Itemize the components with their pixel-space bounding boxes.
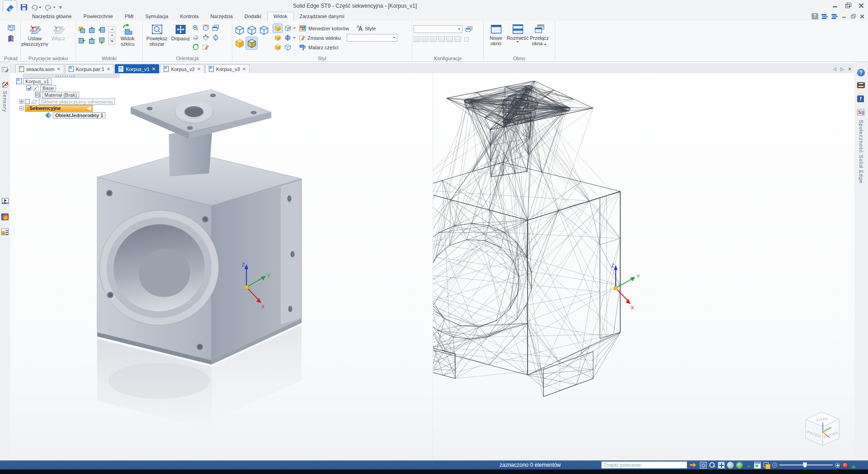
command-search-input[interactable]: [601, 461, 687, 469]
collapse-icon[interactable]: [19, 106, 24, 110]
tree-item-sekwencyjne[interactable]: Sekwencyjne: [19, 105, 115, 112]
viewport-wireframe[interactable]: [433, 62, 854, 460]
environment-caret[interactable]: [293, 37, 296, 38]
pan-button[interactable]: [211, 33, 220, 42]
upload-button[interactable]: [850, 462, 856, 468]
tree-item-obiekt[interactable]: ObiektJednorodny 1: [45, 112, 115, 118]
edit-style-button[interactable]: [283, 24, 292, 33]
doc-restore-button[interactable]: [851, 14, 855, 19]
view-new-button[interactable]: [87, 25, 96, 34]
orbit-button[interactable]: [191, 33, 200, 42]
style-combobox[interactable]: [347, 34, 397, 42]
style-shaded-edges-button[interactable]: [246, 37, 257, 49]
doc-close-button[interactable]: [860, 14, 864, 19]
tree-item-base[interactable]: Base: [26, 85, 115, 91]
tree-item-reference-planes[interactable]: Główne płaszczyzny odniesienia: [19, 98, 115, 105]
sekwencyjne-highlight-bar[interactable]: Sekwencyjne: [25, 105, 93, 112]
window-layout-icon[interactable]: [831, 14, 839, 19]
status-rotate-icon[interactable]: [727, 462, 734, 469]
animation-player-button[interactable]: [1, 198, 9, 205]
view-left-button[interactable]: [97, 25, 106, 34]
document-tab-korpus-v2[interactable]: Korpus_v2✕: [160, 64, 204, 73]
tab-close-icon[interactable]: ✕: [242, 66, 246, 71]
face-style-caret[interactable]: [293, 28, 296, 29]
community-help-button[interactable]: ?: [857, 69, 865, 76]
restore-button[interactable]: [845, 3, 851, 8]
status-orbit-icon[interactable]: [736, 462, 743, 469]
redo-button[interactable]: [45, 4, 56, 11]
common-views-button[interactable]: [211, 24, 220, 32]
powieksz-obszar-button[interactable]: Powiększ obszar: [144, 22, 170, 54]
konfiguracje-combobox[interactable]: [414, 25, 462, 33]
sketch-style-button[interactable]: [201, 43, 210, 51]
rotate-view-button[interactable]: [201, 24, 210, 32]
viewport-shaded[interactable]: [10, 62, 433, 460]
expand-icon[interactable]: [19, 100, 24, 104]
planes-checkbox[interactable]: [25, 99, 30, 104]
menedzer-kolorow-button[interactable]: Menedżer kolorów: [297, 24, 350, 33]
config-link-icon[interactable]: [454, 36, 461, 42]
cube-sketch-button[interactable]: [283, 43, 292, 52]
malarz-czesci-button[interactable]: Malarz części: [297, 43, 340, 52]
config-checkbox[interactable]: [464, 37, 469, 42]
zoom-out-button[interactable]: [772, 463, 777, 468]
widok-szkicu-button[interactable]: Widok szkicu: [117, 22, 138, 54]
dopasuj-button[interactable]: Dopasuj: [170, 22, 191, 54]
document-tab-seaacfa[interactable]: seaacfa.asm✕: [15, 64, 64, 73]
ribbon-tab-pmi[interactable]: PMI: [119, 12, 140, 21]
tab-scroll-left-icon[interactable]: ◁: [833, 66, 836, 71]
apply-configuration-button[interactable]: [464, 25, 473, 33]
sensors-tab-button[interactable]: [1, 81, 9, 90]
style-button[interactable]: Style: [355, 24, 377, 33]
rozmiesc-button[interactable]: Rozmieść: [507, 22, 528, 54]
tab-scroll-right-icon[interactable]: ▷: [840, 66, 844, 71]
notebook-button[interactable]: [7, 34, 16, 43]
community-tab-label[interactable]: Społeczność Solid Edge: [859, 120, 864, 184]
ribbon-tab-kontrola[interactable]: Kontrola: [174, 12, 204, 21]
config-copy-icon[interactable]: [438, 36, 445, 42]
style-visible-edges-button[interactable]: [258, 24, 269, 36]
search-go-icon[interactable]: [690, 462, 696, 468]
zoom-button[interactable]: [191, 24, 200, 32]
document-tab-korpus-par[interactable]: Korpus.par:1✕: [65, 64, 114, 73]
tab-close-icon[interactable]: ✕: [57, 66, 60, 71]
doc-minimize-button[interactable]: [842, 14, 846, 19]
community-news-button[interactable]: [857, 109, 864, 115]
color-map-button[interactable]: [1, 213, 9, 220]
ribbon-tab-narzedzia[interactable]: Narzędzia: [204, 12, 239, 21]
tab-close-icon[interactable]: ✕: [152, 66, 156, 71]
help-button[interactable]: ?: [811, 13, 818, 19]
style-wireframe-hidden-button[interactable]: [246, 24, 257, 36]
view-bottom-button[interactable]: [97, 36, 106, 45]
ustaw-plaszczyzny-button[interactable]: Ustaw płaszczyzny: [22, 22, 47, 54]
pathfinder-resize-handle[interactable]: [23, 74, 120, 78]
environment-button[interactable]: [283, 33, 292, 42]
tree-item-material[interactable]: Materiał (Brak): [35, 91, 115, 98]
record-button[interactable]: [842, 462, 848, 468]
sensors-tab-label[interactable]: Sensory: [2, 91, 8, 112]
status-pan-icon[interactable]: [745, 462, 752, 469]
document-tab-korpus-v3[interactable]: Korpus_v3✕: [205, 64, 250, 73]
pathfinder-tab-button[interactable]: [1, 66, 9, 74]
undo-button[interactable]: [31, 4, 42, 11]
simulation-results-button[interactable]: [1, 228, 9, 235]
zoom-slider[interactable]: [779, 465, 833, 465]
status-copy-style-icon[interactable]: [763, 462, 770, 469]
config-camera-icon[interactable]: [446, 36, 453, 42]
view-close-up-button[interactable]: [77, 25, 86, 34]
ribbon-tab-zarzadzanie-danymi[interactable]: Zarządzanie danymi: [294, 12, 350, 21]
status-view-style-icon[interactable]: [754, 462, 761, 469]
document-tab-korpus-v1[interactable]: Korpus_v1✕: [115, 64, 159, 73]
face-style-button[interactable]: [273, 24, 282, 33]
ribbon-tab-narzedzia-glowne[interactable]: Narzędzia główne: [26, 12, 77, 21]
refresh-view-button[interactable]: [191, 43, 200, 51]
facebook-button[interactable]: f: [857, 95, 864, 102]
view-spin-more-button[interactable]: [108, 39, 115, 45]
tab-close-icon[interactable]: ✕: [197, 66, 201, 71]
config-save-icon[interactable]: [422, 36, 429, 42]
przelacz-okna-button[interactable]: Przełącz okna: [528, 22, 550, 54]
tab-close-icon[interactable]: ✕: [107, 66, 110, 71]
ribbon-tab-symulacja[interactable]: Symulacja: [139, 12, 174, 21]
close-button[interactable]: [859, 3, 864, 8]
nowe-okno-button[interactable]: Nowe okno: [485, 22, 507, 54]
